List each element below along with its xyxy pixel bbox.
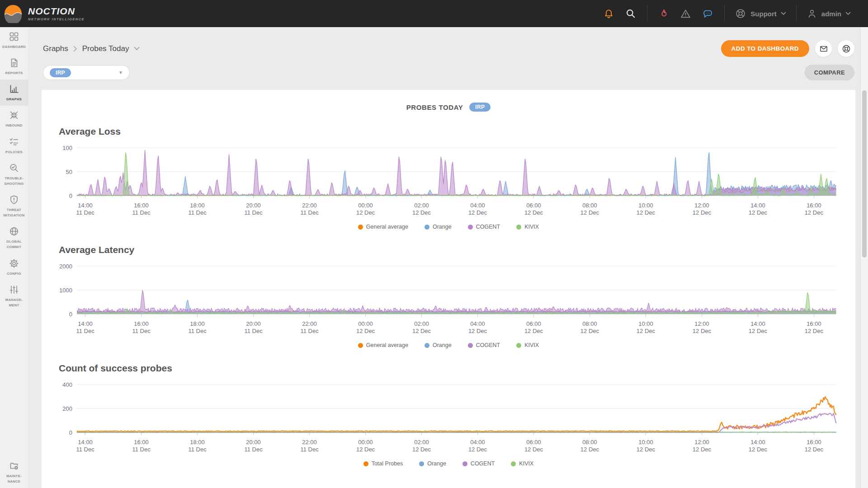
breadcrumb: Graphs Probes Today: [43, 44, 140, 53]
svg-text:10:00: 10:00: [638, 202, 653, 209]
breadcrumb-probes-today[interactable]: Probes Today: [82, 44, 129, 53]
chat-icon[interactable]: [702, 8, 713, 19]
chart-legend: General averageOrangeCOGENTKIVIX: [59, 342, 838, 348]
svg-text:11 Dec: 11 Dec: [300, 328, 319, 334]
svg-text:14:00: 14:00: [750, 202, 765, 209]
legend-item-cogent: COGENT: [468, 342, 500, 348]
sidebar-item-label: POLICIES: [1, 150, 27, 155]
sidebar-item-trouble-shooting[interactable]: TROUBLE-SHOOTING: [0, 159, 28, 190]
svg-text:10:00: 10:00: [638, 439, 653, 446]
brand-subtitle: NETWORK INTELLIGENCE: [28, 17, 85, 21]
legend-dot-icon: [363, 461, 368, 466]
sidebar-item-manage-ment[interactable]: MANAGE-MENT: [0, 280, 28, 312]
svg-text:14:00: 14:00: [750, 439, 765, 446]
instance-select[interactable]: IRP ▼: [43, 65, 130, 80]
sidebar-item-reports[interactable]: REPORTS: [0, 53, 28, 80]
sidebar-item-dashboard[interactable]: DASHBOARD: [0, 27, 28, 53]
svg-text:04:00: 04:00: [470, 439, 485, 446]
svg-text:12 Dec: 12 Dec: [580, 446, 599, 453]
svg-text:02:00: 02:00: [414, 320, 429, 327]
noction-logo-icon: [4, 4, 23, 23]
caret-down-icon[interactable]: [134, 47, 140, 51]
compare-button[interactable]: COMPARE: [805, 65, 854, 80]
svg-text:14:00: 14:00: [78, 202, 93, 209]
chart-canvas: 020040014:0011 Dec16:0011 Dec18:0011 Dec…: [59, 379, 838, 460]
svg-text:16:00: 16:00: [807, 320, 821, 327]
svg-text:08:00: 08:00: [582, 202, 597, 209]
svg-text:12 Dec: 12 Dec: [637, 446, 656, 453]
page-title: PROBES TODAY: [406, 103, 463, 111]
svg-text:11 Dec: 11 Dec: [76, 446, 94, 453]
legend-dot-icon: [425, 225, 429, 230]
support-menu[interactable]: Support: [735, 8, 786, 19]
svg-text:11 Dec: 11 Dec: [132, 446, 151, 453]
scrollbar[interactable]: [860, 27, 868, 488]
bell-icon[interactable]: [603, 8, 614, 19]
fire-icon[interactable]: [658, 8, 669, 19]
svg-text:200: 200: [62, 405, 72, 412]
svg-text:14:00: 14:00: [78, 320, 93, 327]
legend-label: General average: [366, 224, 408, 230]
breadcrumb-chevron-icon: [73, 46, 77, 52]
charts-card: PROBES TODAY IRP Average Loss05010014:00…: [42, 90, 855, 488]
sidebar-item-label: CONFIG: [1, 271, 27, 277]
sidebar-item-mainte-nance[interactable]: MAINTE-NANCE: [0, 456, 28, 488]
sidebar-item-label: MANAGE-MENT: [1, 297, 27, 308]
svg-text:1000: 1000: [59, 287, 72, 294]
legend-label: Orange: [433, 342, 452, 348]
mail-icon: [819, 44, 828, 53]
mail-button[interactable]: [815, 40, 832, 57]
svg-text:11 Dec: 11 Dec: [132, 328, 151, 334]
svg-text:12 Dec: 12 Dec: [524, 446, 543, 453]
add-to-dashboard-button[interactable]: ADD TO DASHBOARD: [721, 40, 809, 57]
svg-text:11 Dec: 11 Dec: [76, 209, 94, 216]
brand-name: NOCTION: [28, 6, 85, 16]
brand-logo[interactable]: NOCTION NETWORK INTELLIGENCE: [4, 4, 85, 23]
sidebar-item-global-commit[interactable]: GLOBAL COMMIT: [0, 222, 28, 253]
svg-text:11 Dec: 11 Dec: [76, 328, 94, 334]
chart-title: Average Latency: [59, 244, 838, 255]
svg-text:18:00: 18:00: [190, 439, 205, 446]
legend-dot-icon: [468, 225, 473, 230]
svg-text:400: 400: [62, 381, 72, 388]
svg-text:12 Dec: 12 Dec: [412, 446, 431, 453]
graphs-icon: [9, 84, 19, 94]
chart-legend: General averageOrangeCOGENTKIVIX: [59, 224, 838, 230]
sidebar-item-inbound[interactable]: INBOUND: [0, 106, 28, 132]
svg-text:16:00: 16:00: [134, 320, 149, 327]
warning-icon[interactable]: [680, 8, 691, 19]
chart-average-latency: Average Latency01000200014:0011 Dec16:00…: [59, 244, 838, 348]
threat-icon: [9, 194, 19, 205]
config-icon: [9, 258, 19, 269]
user-menu[interactable]: admin: [807, 8, 851, 19]
svg-text:00:00: 00:00: [358, 202, 373, 209]
chart-count-of-success-probes: Count of success probes020040014:0011 De…: [59, 363, 838, 467]
sidebar-item-threat-mitigation[interactable]: THREAT MITIGATION: [0, 190, 28, 222]
search-icon[interactable]: [625, 8, 636, 19]
svg-text:12 Dec: 12 Dec: [468, 446, 487, 453]
help-button[interactable]: [838, 40, 854, 57]
legend-label: KIVIX: [524, 342, 539, 348]
legend-dot-icon: [358, 343, 363, 348]
svg-text:100: 100: [62, 145, 72, 151]
user-label: admin: [821, 10, 841, 18]
svg-text:18:00: 18:00: [190, 202, 205, 209]
chart-average-loss: Average Loss05010014:0011 Dec16:0011 Dec…: [59, 126, 838, 230]
sidebar-item-label: THREAT MITIGATION: [1, 207, 27, 218]
legend-item-kivix: KIVIX: [516, 342, 539, 348]
svg-text:12:00: 12:00: [694, 320, 709, 327]
legend-label: General average: [366, 342, 408, 348]
legend-dot-icon: [468, 343, 473, 348]
legend-item-general-average: General average: [358, 224, 408, 230]
sidebar-item-graphs[interactable]: GRAPHS: [0, 80, 28, 106]
svg-text:16:00: 16:00: [807, 439, 821, 446]
svg-text:12 Dec: 12 Dec: [580, 209, 599, 216]
svg-text:04:00: 04:00: [470, 320, 485, 327]
sidebar-item-policies[interactable]: POLICIES: [0, 132, 28, 159]
scrollbar-thumb[interactable]: [862, 90, 867, 258]
svg-text:06:00: 06:00: [526, 202, 541, 209]
breadcrumb-graphs[interactable]: Graphs: [43, 44, 68, 53]
user-icon: [807, 8, 817, 19]
sidebar-item-config[interactable]: CONFIG: [0, 254, 28, 280]
svg-text:12 Dec: 12 Dec: [356, 446, 375, 453]
